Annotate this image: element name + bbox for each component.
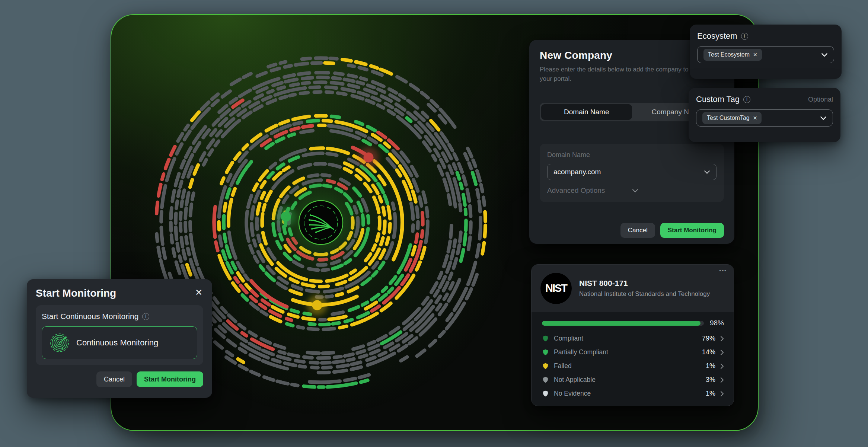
domain-name-value: acompany.com bbox=[553, 168, 704, 176]
overflow-menu-icon[interactable]: ••• bbox=[719, 268, 727, 274]
info-icon[interactable]: i bbox=[743, 96, 750, 103]
close-icon[interactable]: ✕ bbox=[194, 287, 203, 298]
continuous-monitoring-section: Start Continuous Monitoring i Continuous… bbox=[36, 305, 203, 365]
ecosystem-card: Ecosystem i Test Ecosystem ✕ bbox=[690, 25, 842, 79]
status-row-not-applicable[interactable]: Not Applicable 3% bbox=[542, 373, 724, 387]
nist-card-header: NIST NIST 800-171 National Institute of … bbox=[532, 265, 734, 312]
status-row-compliant[interactable]: Compliant 79% bbox=[542, 332, 724, 345]
custom-tag-card: Custom Tag i Optional Test CustomTag ✕ bbox=[689, 88, 840, 142]
status-row-no-evidence[interactable]: No Evidence 1% bbox=[542, 387, 724, 400]
domain-input-group: Domain Name acompany.com Advanced Option… bbox=[540, 144, 724, 202]
status-row-failed[interactable]: Failed 1% bbox=[542, 359, 724, 373]
status-value: 3% bbox=[706, 376, 715, 384]
info-icon[interactable]: i bbox=[741, 33, 748, 40]
advanced-options-toggle[interactable]: Advanced Options bbox=[547, 186, 717, 195]
start-monitoring-modal: Start Monitoring ✕ Start Continuous Moni… bbox=[27, 279, 212, 398]
nist-progress-label: 98% bbox=[710, 319, 724, 327]
radar-icon bbox=[50, 333, 70, 353]
nist-logo: NIST bbox=[540, 273, 572, 304]
chevron-down-icon bbox=[632, 189, 717, 193]
tab-domain-name[interactable]: Domain Name bbox=[541, 104, 632, 120]
status-value: 1% bbox=[706, 390, 715, 397]
custom-tag-chip-label: Test CustomTag bbox=[707, 115, 750, 121]
ecosystem-title: Ecosystem bbox=[697, 31, 737, 41]
chevron-right-icon bbox=[720, 336, 724, 342]
continuous-monitoring-label: Continuous Monitoring bbox=[76, 338, 158, 348]
status-row-partially-compliant[interactable]: Partially Compliant 14% bbox=[542, 345, 724, 359]
ecosystem-chip: Test Ecosystem ✕ bbox=[703, 49, 762, 61]
status-label: Not Applicable bbox=[554, 376, 701, 384]
domain-name-select[interactable]: acompany.com bbox=[547, 164, 717, 180]
chevron-right-icon bbox=[720, 377, 724, 383]
chevron-down-icon bbox=[704, 170, 710, 174]
nist-progress-track bbox=[542, 321, 704, 326]
status-value: 79% bbox=[702, 335, 715, 342]
status-label: Failed bbox=[554, 362, 701, 370]
nist-progress-fill bbox=[542, 321, 701, 326]
new-company-footer: Cancel Start Monitoring bbox=[620, 223, 724, 238]
nist-progress-row: 98% bbox=[542, 319, 724, 327]
status-value: 14% bbox=[702, 348, 715, 356]
chevron-right-icon bbox=[720, 391, 724, 397]
shield-icon bbox=[542, 376, 549, 383]
custom-tag-chip: Test CustomTag ✕ bbox=[702, 112, 762, 124]
ecosystem-chip-label: Test Ecosystem bbox=[708, 51, 750, 58]
ecosystem-select[interactable]: Test Ecosystem ✕ bbox=[697, 46, 834, 63]
shield-icon bbox=[542, 335, 549, 342]
custom-tag-title: Custom Tag bbox=[696, 95, 740, 104]
shield-icon bbox=[542, 390, 549, 397]
chevron-down-icon bbox=[820, 116, 827, 120]
nist-compliance-card: NIST NIST 800-171 National Institute of … bbox=[531, 264, 734, 406]
status-label: No Evidence bbox=[554, 390, 701, 397]
continuous-monitoring-option[interactable]: Continuous Monitoring bbox=[42, 326, 197, 359]
modal-start-monitoring-button[interactable]: Start Monitoring bbox=[137, 371, 203, 387]
info-icon[interactable]: i bbox=[142, 313, 149, 320]
custom-tag-select[interactable]: Test CustomTag ✕ bbox=[696, 109, 833, 127]
nist-status-list: Compliant 79% Partially Compliant 14% Fa… bbox=[542, 332, 724, 400]
start-monitoring-button[interactable]: Start Monitoring bbox=[660, 223, 724, 238]
remove-chip-icon[interactable]: ✕ bbox=[753, 115, 757, 121]
remove-chip-icon[interactable]: ✕ bbox=[753, 52, 757, 58]
status-value: 1% bbox=[706, 362, 715, 370]
nist-header-text: NIST 800-171 National Institute of Stand… bbox=[579, 279, 710, 298]
chevron-right-icon bbox=[720, 363, 724, 369]
chevron-down-icon bbox=[821, 53, 828, 57]
new-company-subtitle: Please enter the details below to add th… bbox=[540, 65, 694, 83]
shield-icon bbox=[542, 349, 549, 356]
shield-icon bbox=[542, 363, 549, 370]
domain-name-label: Domain Name bbox=[547, 151, 717, 159]
nist-card-body: 98% Compliant 79% Partially Compliant 14… bbox=[532, 312, 734, 404]
optional-label: Optional bbox=[808, 96, 833, 103]
chevron-right-icon bbox=[720, 349, 724, 355]
nist-card-subtitle: National Institute of Standards and Tech… bbox=[579, 290, 710, 298]
section-label: Start Continuous Monitoring bbox=[42, 312, 138, 321]
cancel-button[interactable]: Cancel bbox=[620, 223, 655, 238]
advanced-options-label: Advanced Options bbox=[547, 186, 632, 195]
page: New Company Please enter the details bel… bbox=[0, 0, 868, 447]
nist-card-title: NIST 800-171 bbox=[579, 279, 710, 288]
modal-title: Start Monitoring bbox=[36, 287, 116, 299]
status-label: Partially Compliant bbox=[554, 348, 697, 356]
modal-cancel-button[interactable]: Cancel bbox=[96, 371, 132, 387]
status-label: Compliant bbox=[554, 335, 697, 342]
